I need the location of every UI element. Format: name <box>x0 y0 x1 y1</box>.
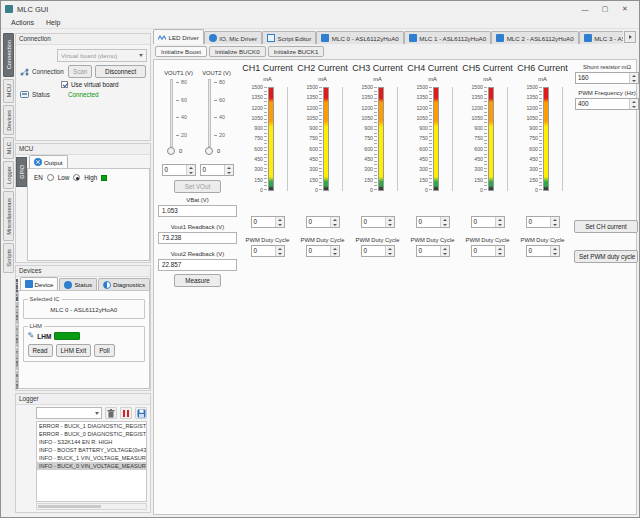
slider-handle[interactable] <box>205 147 213 155</box>
gpio-tab[interactable]: GPIO <box>16 157 27 187</box>
pwm-duty-spinbox[interactable]: 0 <box>471 245 505 257</box>
board-select[interactable]: Virtual board (demo) <box>57 49 147 62</box>
mlc-side-tab[interactable]: MLC 4 <box>16 371 18 389</box>
vout-slider[interactable]: 80604020 0 <box>160 79 197 159</box>
lhm-exit-button[interactable]: LHM Exit <box>56 344 92 357</box>
log-entry[interactable]: ERROR - BUCK_0 DIAGNOSTIC_REGISTER_4-DIA… <box>37 430 146 438</box>
pwm-duty-spinbox[interactable]: 0 <box>361 245 395 257</box>
sub-tab[interactable]: Initialize BUCK1 <box>268 46 325 57</box>
set-vout-button[interactable]: Set VOut <box>174 180 222 193</box>
channel-current-spinbox[interactable]: 0 <box>471 216 505 228</box>
clear-log-button[interactable] <box>105 407 117 419</box>
dock-tab[interactable]: MCU <box>3 79 14 103</box>
output-tab[interactable]: Output <box>29 155 68 168</box>
spin-down-button[interactable] <box>386 222 394 227</box>
spin-down-button[interactable] <box>496 251 504 256</box>
gauge-tick-label: 300 <box>419 167 428 172</box>
pwm-duty-spinbox[interactable]: 0 <box>526 245 560 257</box>
gauge-color-bar <box>378 87 384 191</box>
spin-down-button[interactable] <box>630 104 638 109</box>
spin-down-button[interactable] <box>630 78 638 83</box>
set-ch-current-button[interactable]: Set CH current <box>574 220 638 233</box>
log-filter-combo[interactable] <box>36 407 102 419</box>
menu-item[interactable]: Help <box>40 19 66 26</box>
dock-tab[interactable]: Miscellaneous <box>3 191 14 241</box>
pwm-frequency-spinbox[interactable]: 400 <box>575 98 639 110</box>
log-entry[interactable]: INFO - BUCK_0 VIN_VOLTAGE_MEASUREMENT(0x… <box>37 462 146 470</box>
sub-tab[interactable]: Initialize BUCK0 <box>209 46 266 57</box>
sub-tab[interactable]: Initialize Boost <box>155 46 207 57</box>
vout1-readback-field[interactable]: 73.238 <box>158 232 237 244</box>
channel-current-spinbox[interactable]: 0 <box>251 216 285 228</box>
log-horizontal-scrollbar[interactable] <box>36 503 147 510</box>
main-tab[interactable]: MLC 0 - ASL6112yHoA0 <box>316 31 403 44</box>
main-tab[interactable]: LED Driver <box>153 29 204 44</box>
device-tab[interactable]: Status <box>59 278 97 290</box>
poll-button[interactable]: Poll <box>94 344 115 357</box>
gauge-tick-label: 1350 <box>471 95 483 100</box>
channel-current-spinbox[interactable]: 0 <box>361 216 395 228</box>
slider-handle[interactable] <box>167 147 175 155</box>
disconnect-button[interactable]: Disconnect <box>95 65 146 78</box>
spin-down-button[interactable] <box>496 222 504 227</box>
pwm-duty-spinbox[interactable]: 0 <box>416 245 450 257</box>
spin-down-button[interactable] <box>276 222 284 227</box>
save-log-button[interactable] <box>135 407 147 419</box>
spin-down-button[interactable] <box>441 251 449 256</box>
tab-scroll-button[interactable] <box>624 31 636 43</box>
en-high-radio[interactable] <box>73 174 80 181</box>
channel-current-spinbox[interactable]: 0 <box>306 216 340 228</box>
pause-log-button[interactable] <box>120 407 132 419</box>
channel-current-spinbox[interactable]: 0 <box>526 216 560 228</box>
spin-down-button[interactable] <box>276 251 284 256</box>
main-tab[interactable]: MLC 1 - ASL6112yHoA0 <box>404 31 491 44</box>
dock-tab[interactable]: Scripts <box>3 243 14 273</box>
vout-spinbox[interactable]: 0 <box>200 164 234 176</box>
maximize-icon[interactable]: ▢ <box>595 5 615 13</box>
shunt-resistor-spinbox[interactable]: 160 <box>575 72 639 84</box>
main-tab[interactable]: IO, Mic Driver <box>204 31 262 44</box>
vout2-readback-field[interactable]: 22.857 <box>158 259 237 271</box>
set-pwm-duty-button[interactable]: Set PWM duty cycle <box>574 250 638 263</box>
main-tab[interactable]: Script Editor <box>262 31 316 44</box>
log-entry[interactable]: INFO - BUCK_1 VIN_VOLTAGE_MEASUREMENT(0x… <box>37 454 146 462</box>
log-entry[interactable]: ERROR - BUCK_1 DIAGNOSTIC_REGISTER_4-DIA… <box>37 422 146 430</box>
spin-down-button[interactable] <box>187 170 195 175</box>
scrollbar-thumb[interactable] <box>38 505 101 508</box>
scan-button[interactable]: Scan <box>68 65 92 78</box>
en-low-radio[interactable] <box>47 174 54 181</box>
dock-tab[interactable]: Logger <box>3 161 14 189</box>
dock-tab[interactable]: MLC <box>3 137 14 159</box>
spin-down-button[interactable] <box>441 222 449 227</box>
channel-current-spinbox[interactable]: 0 <box>416 216 450 228</box>
menu-item[interactable]: Actions <box>5 19 40 26</box>
device-tab-label: Diagnostics <box>113 281 145 288</box>
device-tab[interactable]: Diagnostics <box>98 278 150 290</box>
dock-tab[interactable]: Devices <box>3 105 14 135</box>
main-tab[interactable]: MLC 2 - ASL6112yHoA0 <box>491 31 578 44</box>
measure-button[interactable]: Measure <box>174 274 221 287</box>
spin-down-button[interactable] <box>331 251 339 256</box>
vout-slider[interactable]: 80604020 0 <box>198 79 235 159</box>
vbat-field[interactable]: 1.053 <box>158 205 237 217</box>
log-list[interactable]: ERROR - BUCK_1 DIAGNOSTIC_REGISTER_4-DIA… <box>36 421 147 502</box>
device-tab[interactable]: Device <box>20 277 59 290</box>
dock-tab[interactable]: Connection <box>3 33 14 77</box>
spin-down-button[interactable] <box>386 251 394 256</box>
spin-down-button[interactable] <box>331 222 339 227</box>
pwm-duty-spinbox[interactable]: 0 <box>251 245 285 257</box>
arrow-right-icon <box>629 35 632 39</box>
virtual-board-checkbox[interactable] <box>61 81 68 88</box>
log-entry[interactable]: INFO - S32K144 EN R: HIGH <box>37 438 146 446</box>
pwm-duty-spinbox[interactable]: 0 <box>306 245 340 257</box>
read-button[interactable]: Read <box>28 344 53 357</box>
main-tab[interactable]: MLC 3 - ASL6112yHoA0 <box>579 31 623 44</box>
spin-down-button[interactable] <box>551 251 559 256</box>
vout-spinbox[interactable]: 0 <box>162 164 196 176</box>
spin-down-button[interactable] <box>225 170 233 175</box>
minimize-icon[interactable]: — <box>575 6 595 13</box>
slider-tick-label: 60 <box>176 98 187 103</box>
spin-down-button[interactable] <box>551 222 559 227</box>
log-entry[interactable]: INFO - BOOST BATTERY_VOLTAGE(0x43 R: 0x0… <box>37 446 146 454</box>
close-icon[interactable]: ✕ <box>615 5 635 13</box>
